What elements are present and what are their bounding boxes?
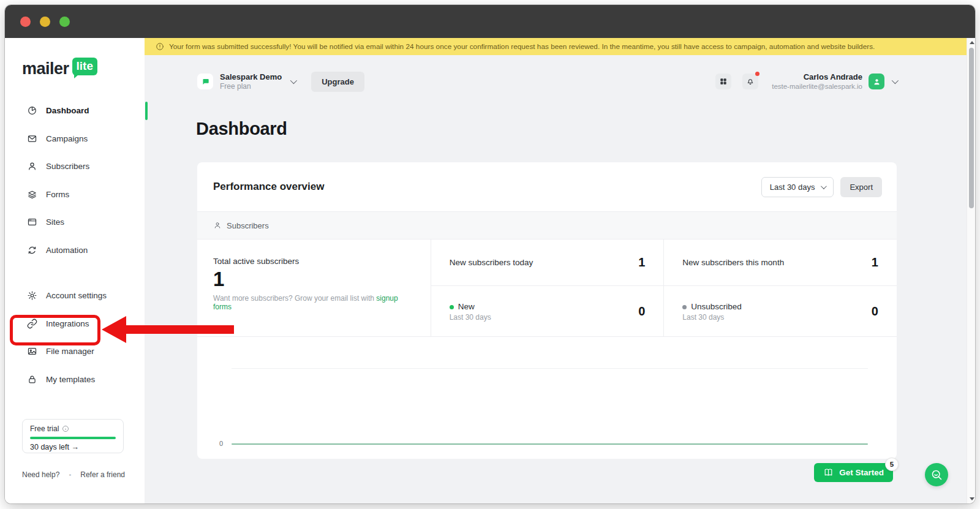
- date-range-dropdown[interactable]: Last 30 days: [761, 177, 834, 197]
- app-body: mailer lite Dashboard Campaigns Subscrib…: [5, 38, 975, 503]
- magnifier-smile-icon: [930, 469, 943, 481]
- close-window-button[interactable]: [20, 17, 31, 27]
- scroll-down-arrow-icon[interactable]: [970, 497, 974, 500]
- envelope-icon: [27, 134, 37, 144]
- gray-dot-icon: [682, 305, 687, 309]
- vertical-scrollbar[interactable]: [967, 38, 975, 503]
- sidebar-item-label: Subscribers: [46, 162, 89, 171]
- sidebar-item-label: My templates: [46, 375, 95, 384]
- open-book-icon: [823, 467, 834, 478]
- sidebar-footer: Need help? • Refer a friend: [22, 470, 125, 479]
- tab-subscribers[interactable]: Subscribers: [227, 221, 269, 230]
- total-active-subscribers: Total active subscribers 1 Want more sub…: [197, 239, 431, 336]
- sidebar-item-sites[interactable]: Sites: [5, 208, 145, 236]
- screenshot-root: mailer lite Dashboard Campaigns Subscrib…: [0, 0, 980, 509]
- lock-icon: [27, 374, 37, 385]
- stats-grid: Total active subscribers 1 Want more sub…: [197, 239, 897, 336]
- info-icon: [62, 425, 69, 432]
- stat-value: 1: [638, 255, 645, 270]
- stat-label: New subscribers today: [450, 258, 533, 267]
- sidebar-item-my-templates[interactable]: My templates: [5, 366, 145, 394]
- get-started-label: Get Started: [839, 468, 884, 477]
- trial-days-left[interactable]: 30 days left →: [30, 443, 116, 451]
- main-area: Your form was submitted successfully! Yo…: [145, 38, 975, 503]
- zoom-window-button[interactable]: [59, 17, 70, 27]
- legend-entry: Unsubscribed: [682, 302, 742, 311]
- sidebar-item-account-settings[interactable]: Account settings: [5, 282, 145, 310]
- y-axis-tick: 0: [219, 440, 223, 447]
- free-trial-header: Free trial: [30, 424, 116, 433]
- notification-banner: Your form was submitted successfully! Yo…: [145, 38, 967, 55]
- stat-label: New subscribers this month: [682, 258, 784, 267]
- chevron-down-icon[interactable]: [290, 77, 297, 84]
- export-button[interactable]: Export: [840, 177, 882, 197]
- page-title: Dashboard: [196, 119, 975, 139]
- alert-circle-icon: [156, 42, 164, 51]
- stat-value: 0: [872, 304, 878, 319]
- stat-value: 0: [638, 304, 645, 319]
- sidebar-item-file-manager[interactable]: File manager: [5, 337, 145, 366]
- chat-bubble-icon: [201, 77, 210, 86]
- sidebar-item-dashboard[interactable]: Dashboard: [5, 97, 145, 125]
- sidebar-item-integrations[interactable]: Integrations: [5, 310, 145, 338]
- stat-value: 1: [872, 255, 878, 270]
- primary-nav: Dashboard Campaigns Subscribers Forms: [5, 97, 145, 264]
- apps-grid-button[interactable]: [715, 74, 731, 89]
- sidebar-item-subscribers[interactable]: Subscribers: [5, 153, 145, 181]
- app-window: mailer lite Dashboard Campaigns Subscrib…: [5, 5, 975, 503]
- workspace-avatar[interactable]: [197, 74, 213, 89]
- free-trial-label: Free trial: [30, 424, 59, 433]
- performance-overview-card: Performance overview Last 30 days Export…: [197, 162, 897, 459]
- trial-progress-bar: [30, 437, 116, 439]
- stat-sublabel: Last 30 days: [682, 313, 742, 322]
- stat-label: Total active subscribers: [213, 257, 415, 266]
- pie-chart-icon: [27, 105, 37, 116]
- layers-icon: [27, 189, 37, 200]
- sidebar-item-label: Dashboard: [46, 106, 89, 115]
- sidebar-item-label: Integrations: [46, 319, 89, 328]
- minimize-window-button[interactable]: [40, 17, 50, 27]
- notifications-button[interactable]: [742, 74, 758, 89]
- chart-gridline: [232, 368, 868, 369]
- active-nav-indicator: [145, 102, 148, 120]
- browser-icon: [27, 217, 37, 227]
- person-icon: [27, 161, 37, 172]
- refresh-icon: [27, 245, 37, 255]
- sidebar-item-label: Automation: [46, 246, 88, 255]
- workspace-plan: Free plan: [220, 82, 282, 91]
- sidebar-item-campaigns[interactable]: Campaigns: [5, 125, 145, 153]
- person-icon: [872, 77, 881, 86]
- get-started-button[interactable]: Get Started: [814, 463, 893, 482]
- person-icon: [213, 221, 222, 230]
- workspace-switcher[interactable]: Salespark Demo Free plan: [220, 72, 282, 91]
- sidebar-item-automation[interactable]: Automation: [5, 236, 145, 265]
- need-help-link[interactable]: Need help?: [22, 470, 59, 479]
- logo-lite-badge: lite: [72, 58, 97, 75]
- chart-zero-line: [232, 443, 868, 445]
- free-trial-card[interactable]: Free trial 30 days left →: [22, 419, 124, 453]
- secondary-nav: Account settings Integrations File manag…: [5, 282, 145, 393]
- stat-unsubscribed-last-30-days: Unsubscribed Last 30 days 0: [663, 286, 897, 336]
- scrollbar-thumb[interactable]: [969, 48, 974, 208]
- stat-hint: Want more subscribers? Grow your email l…: [213, 294, 415, 311]
- upgrade-button[interactable]: Upgrade: [311, 72, 364, 92]
- card-title: Performance overview: [213, 181, 324, 193]
- notification-dot: [755, 72, 760, 76]
- stat-new-subscribers-this-month: New subscribers this month 1: [663, 239, 897, 286]
- user-info: Carlos Andrade teste-mailerlite@salespar…: [772, 72, 862, 91]
- scroll-up-arrow-icon[interactable]: [970, 41, 974, 44]
- refer-a-friend-link[interactable]: Refer a friend: [80, 470, 125, 479]
- date-range-value: Last 30 days: [770, 183, 815, 192]
- search-fab-button[interactable]: [925, 463, 948, 486]
- stat-new-last-30-days: New Last 30 days 0: [431, 286, 664, 336]
- logo-word: mailer: [22, 61, 69, 77]
- chevron-down-icon[interactable]: [892, 77, 899, 84]
- sidebar-item-forms[interactable]: Forms: [5, 181, 145, 209]
- sidebar-item-label: File manager: [46, 347, 94, 356]
- get-started-badge: 5: [885, 458, 899, 471]
- link-icon: [27, 319, 37, 329]
- mailerlite-logo[interactable]: mailer lite: [22, 58, 97, 77]
- sidebar-item-label: Campaigns: [46, 134, 88, 143]
- user-avatar[interactable]: [869, 74, 884, 89]
- stat-new-subscribers-today: New subscribers today 1: [431, 239, 664, 286]
